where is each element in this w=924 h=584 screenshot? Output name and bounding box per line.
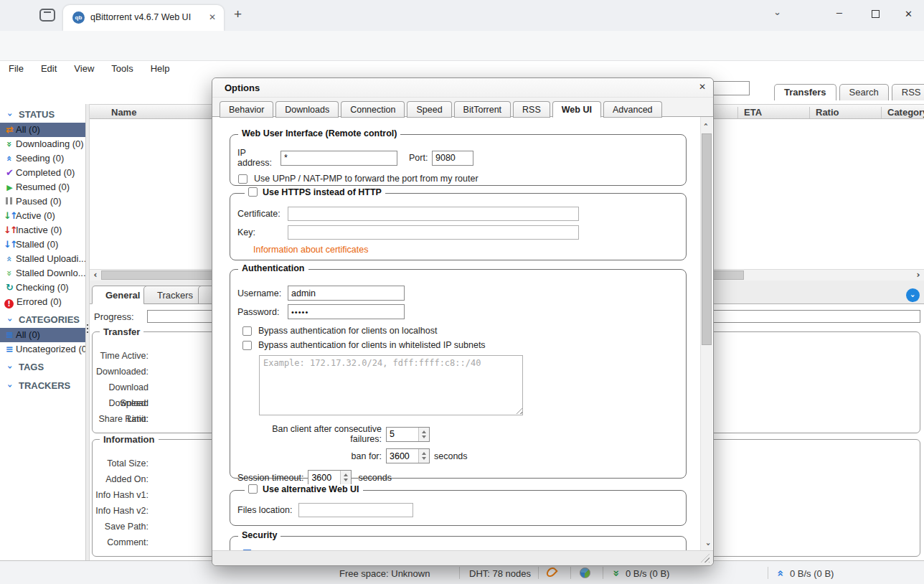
certificate-input[interactable]	[288, 207, 579, 221]
tab-trackers[interactable]: Trackers	[143, 286, 207, 304]
bypass-localhost-checkbox[interactable]	[242, 326, 252, 336]
key-input[interactable]	[288, 225, 579, 240]
sidebar-item-label: Active (0)	[16, 210, 55, 221]
sidebar-item-paused-0[interactable]: Paused (0)	[0, 194, 85, 209]
menu-file[interactable]: File	[0, 61, 32, 74]
download-speed-label[interactable]: 0 B/s (0 B)	[626, 568, 669, 579]
certificate-info-link[interactable]: Information about certificates	[253, 245, 369, 255]
column-header-eta[interactable]: ETA	[737, 107, 809, 118]
ban-count-spinner[interactable]	[386, 427, 430, 442]
sidebar-item-stalled-0[interactable]: ↓↑Stalled (0)	[0, 237, 85, 252]
alternative-webui-checkbox[interactable]	[248, 484, 258, 494]
browser-toolbar: ← → ↻ Not Secure http://192.168.1.1:9080…	[0, 31, 924, 61]
session-timeout-input[interactable]	[308, 471, 340, 484]
sidebar-item-downloading-0[interactable]: »Downloading (0)	[0, 137, 85, 151]
menu-tools[interactable]: Tools	[103, 61, 141, 74]
sidebar-item-resumed-0[interactable]: ▶Resumed (0)	[0, 180, 85, 194]
port-input[interactable]	[432, 151, 473, 166]
sidebar-item-errored-0[interactable]: !Errored (0)	[0, 295, 85, 309]
subnet-whitelist-textarea[interactable]	[259, 355, 523, 415]
bypass-subnet-checkbox[interactable]	[242, 341, 252, 350]
username-input[interactable]	[288, 286, 405, 301]
column-header-category[interactable]: Category	[881, 107, 924, 118]
sidebar-item-label: All (0)	[16, 124, 40, 135]
tab-rss[interactable]: RSS	[892, 84, 924, 100]
flame-icon[interactable]	[544, 565, 557, 578]
scroll-left-icon[interactable]: ‹	[90, 270, 101, 281]
dialog-tab-connection[interactable]: Connection	[341, 101, 405, 118]
collapse-panel-button[interactable]: ›	[906, 288, 920, 302]
session-timeout-spinner[interactable]	[308, 470, 352, 485]
sidebar-item-all-0[interactable]: ≡All (0)	[0, 328, 85, 342]
sidebar-item-label: Paused (0)	[16, 196, 62, 207]
menu-edit[interactable]: Edit	[32, 61, 65, 74]
dialog-titlebar[interactable]: Options ✕	[212, 78, 713, 98]
scroll-down-icon[interactable]: ›	[701, 539, 713, 550]
dialog-scroll-thumb[interactable]	[702, 133, 712, 345]
new-tab-button[interactable]: +	[234, 6, 242, 22]
dialog-resize-handle[interactable]	[701, 554, 710, 562]
sidebar-item-label: All (0)	[16, 329, 40, 340]
sidebar-section-status[interactable]: ›STATUS	[0, 107, 85, 123]
sidebar-item-stalled-uploadi[interactable]: «Stalled Uploadi...	[0, 252, 85, 266]
dialog-tab-bittorrent[interactable]: BitTorrent	[454, 101, 512, 118]
dialog-tab-web-ui[interactable]: Web UI	[552, 101, 601, 118]
sidebar-item-all-0[interactable]: ⇄All (0)	[0, 123, 85, 137]
maximize-button[interactable]	[872, 10, 880, 18]
scroll-up-icon[interactable]: ›	[701, 119, 713, 131]
sidebar-section-label: STATUS	[19, 109, 55, 120]
sidebar-section-trackers[interactable]: ›TRACKERS	[0, 378, 85, 394]
spinner-arrows-icon[interactable]	[418, 428, 429, 441]
dialog-content: Web User Interface (Remote control) IP a…	[212, 117, 701, 552]
sidebar-item-uncategorized-0[interactable]: ≡Uncategorized (0)	[0, 342, 85, 357]
sidebar-section-tags[interactable]: ›TAGS	[0, 359, 85, 375]
sidebar-item-completed-0[interactable]: ✔Completed (0)	[0, 166, 85, 180]
ban-duration-input[interactable]	[387, 449, 418, 463]
sidebar-item-checking-0[interactable]: ↻Checking (0)	[0, 281, 85, 295]
sidebar-item-stalled-downlo[interactable]: »Stalled Downlo...	[0, 266, 85, 281]
upnp-checkbox[interactable]	[238, 174, 248, 184]
upload-speed-label[interactable]: 0 B/s (0 B)	[790, 568, 834, 579]
sidebar-item-label: Seeding (0)	[16, 153, 64, 164]
window-close-button[interactable]: ✕	[905, 9, 913, 19]
sidebar-section-categories[interactable]: ›CATEGORIES	[0, 312, 85, 328]
password-input[interactable]	[288, 304, 405, 319]
splitter-handle-icon	[87, 324, 88, 335]
tab-transfers[interactable]: Transfers	[774, 84, 836, 100]
globe-icon[interactable]	[580, 567, 590, 578]
column-header-name[interactable]: Name	[105, 107, 136, 118]
dialog-close-button[interactable]: ✕	[699, 82, 706, 92]
ban-duration-spinner[interactable]	[386, 448, 430, 463]
minimize-button[interactable]: ─	[836, 8, 842, 19]
dialog-tab-behavior[interactable]: Behavior	[220, 101, 273, 118]
column-header-ratio[interactable]: Ratio	[809, 107, 881, 118]
menu-help[interactable]: Help	[142, 61, 179, 74]
tab-search[interactable]: Search	[839, 84, 889, 100]
spinner-arrows-icon[interactable]	[340, 471, 351, 484]
sidebar-item-inactive-0[interactable]: ↓↑Inactive (0)	[0, 223, 85, 237]
sidebar-item-active-0[interactable]: ↓↑Active (0)	[0, 209, 85, 223]
pause-icon	[4, 194, 16, 209]
browser-tab[interactable]: qb qBittorrent v4.6.7 Web UI ✕	[63, 5, 224, 31]
menu-view[interactable]: View	[65, 61, 103, 74]
workspace-icon[interactable]	[39, 9, 55, 22]
dialog-tab-downloads[interactable]: Downloads	[275, 101, 339, 118]
ban-count-input[interactable]	[387, 428, 418, 441]
files-location-input[interactable]	[298, 503, 413, 517]
detail-label: Share Ratio:	[93, 411, 148, 427]
dialog-tab-speed[interactable]: Speed	[407, 101, 451, 118]
spinner-arrows-icon[interactable]	[418, 449, 429, 463]
scroll-right-icon[interactable]: ›	[913, 270, 924, 281]
sidebar-item-label: Errored (0)	[16, 296, 62, 307]
ip-address-input[interactable]	[280, 151, 397, 166]
progress-label: Progress:	[94, 311, 134, 322]
dialog-tab-advanced[interactable]: Advanced	[603, 101, 662, 118]
https-checkbox[interactable]	[248, 187, 258, 197]
double-chevron-down-icon: »	[4, 266, 16, 281]
dialog-tab-rss[interactable]: RSS	[513, 101, 550, 118]
dialog-scrollbar[interactable]: › ›	[700, 117, 712, 552]
detail-label: Info Hash v1:	[93, 487, 148, 503]
tab-list-chevron-icon[interactable]: ›	[776, 9, 779, 19]
tab-close-icon[interactable]: ✕	[209, 12, 216, 22]
sidebar-item-seeding-0[interactable]: «Seeding (0)	[0, 151, 85, 166]
